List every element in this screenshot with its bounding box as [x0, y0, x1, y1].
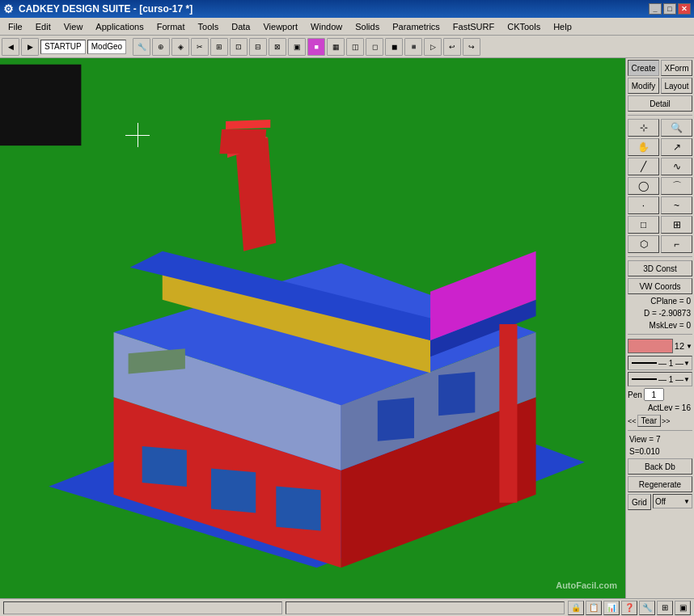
rp-linestyle2-arrow: ▼ [683, 376, 690, 383]
tb-icon10[interactable]: ■ [307, 38, 325, 56]
svg-rect-14 [219, 129, 266, 154]
rp-color-swatch[interactable] [628, 339, 673, 353]
menu-applications[interactable]: Applications [89, 20, 150, 33]
menu-viewport[interactable]: Viewport [256, 20, 304, 33]
menu-bar: File Edit View Applications Format Tools… [0, 18, 694, 36]
minimize-button[interactable]: _ [649, 3, 662, 15]
rp-icon-fillet[interactable]: ⌐ [661, 235, 692, 253]
rp-icon-select[interactable]: ↗ [661, 138, 692, 156]
close-button[interactable]: ✕ [678, 3, 691, 15]
status-bar: 🔒 📋 📊 ❓ 🔧 ⊞ ▣ [0, 598, 694, 616]
tb-icon14[interactable]: ◼ [385, 38, 403, 56]
rp-icon-pan[interactable]: ✋ [628, 138, 659, 156]
tb-icon6[interactable]: ⊡ [230, 38, 248, 56]
tb-icon3[interactable]: ◈ [171, 38, 189, 56]
rp-icon-rect[interactable]: □ [628, 216, 659, 234]
tb-back-button[interactable]: ◀ [2, 38, 19, 56]
menu-cktools[interactable]: CKTools [501, 20, 547, 33]
rp-linestyle1-arrow: ▼ [683, 360, 690, 367]
tb-modgeo-label: ModGeo [87, 40, 126, 54]
restore-button[interactable]: □ [663, 3, 676, 15]
menu-parametrics[interactable]: Parametrics [386, 20, 446, 33]
rp-tear-button[interactable]: Tear [637, 415, 661, 427]
svg-marker-11 [235, 137, 276, 251]
status-segment2 [286, 601, 565, 614]
tb-icon2[interactable]: ⊕ [152, 38, 170, 56]
rp-grid-value: Off [655, 497, 666, 506]
menu-window[interactable]: Window [304, 20, 349, 33]
tb-icon13[interactable]: ◻ [366, 38, 383, 56]
rp-icon-move[interactable]: ⊹ [628, 119, 659, 137]
rp-scale-label: S=0.010 [629, 447, 660, 456]
rp-pen-row: Pen [628, 388, 692, 401]
rp-backdb-button[interactable]: Back Db [628, 458, 692, 475]
tb-forward-button[interactable]: ▶ [21, 38, 39, 56]
menu-solids[interactable]: Solids [349, 20, 386, 33]
tb-undo[interactable]: ↩ [443, 38, 461, 56]
rp-grid-label: Grid [628, 494, 651, 510]
menu-view[interactable]: View [57, 20, 90, 33]
tb-icon1[interactable]: 🔧 [133, 38, 150, 56]
rp-icon-circle[interactable]: ◯ [628, 177, 659, 195]
rp-color-dropdown-arrow[interactable]: ▼ [686, 343, 692, 350]
rp-icon-line[interactable]: ╱ [628, 158, 659, 175]
rp-cplane-info: CPlane = 0 [628, 296, 692, 306]
status-icon2[interactable]: 📋 [586, 601, 602, 615]
svg-rect-16 [142, 446, 187, 487]
menu-tools[interactable]: Tools [192, 20, 226, 33]
rp-linestyle2-dropdown[interactable]: — 1 — ▼ [628, 372, 692, 386]
rp-icon-spline[interactable]: ~ [661, 196, 692, 214]
tb-icon16[interactable]: ▷ [424, 38, 442, 56]
rp-icon-curve[interactable]: ∿ [661, 158, 692, 175]
rp-scale-info: S=0.010 [628, 446, 692, 457]
menu-format[interactable]: Format [150, 20, 192, 33]
rp-icon-zoom[interactable]: 🔍 [661, 119, 692, 137]
menu-help[interactable]: Help [547, 20, 578, 33]
status-icon5[interactable]: 🔧 [639, 601, 655, 615]
svg-rect-20 [378, 398, 414, 441]
menu-data[interactable]: Data [225, 20, 256, 33]
menu-fastsurf[interactable]: FastSURF [446, 20, 501, 33]
viewport[interactable]: AutoFacil.com [0, 58, 625, 598]
rp-pen-input[interactable] [644, 388, 664, 401]
toolbar: ◀ ▶ STARTUP ModGeo 🔧 ⊕ ◈ ✂ ⊞ ⊡ ⊟ ⊠ ▣ ■ ▦… [0, 36, 694, 58]
rp-detail-tab[interactable]: Detail [628, 95, 692, 112]
svg-rect-18 [276, 487, 320, 531]
rp-icon-point[interactable]: · [628, 196, 659, 214]
rp-tear-right-arrow: >> [662, 417, 671, 425]
tb-icon5[interactable]: ⊞ [210, 38, 228, 56]
tb-icon11[interactable]: ▦ [327, 38, 345, 56]
tb-redo[interactable]: ↪ [463, 38, 480, 56]
rp-icon-table[interactable]: ⊞ [661, 216, 692, 234]
tb-icon12[interactable]: ◫ [346, 38, 364, 56]
rp-icon-arc[interactable]: ⌒ [661, 177, 692, 195]
menu-file[interactable]: File [2, 20, 29, 33]
status-icon7[interactable]: ▣ [675, 601, 691, 615]
rp-3dconstruct-button[interactable]: 3D Const [628, 260, 692, 276]
rp-layout-tab[interactable]: Layout [661, 78, 692, 94]
rp-vwcoords-button[interactable]: VW Coords [628, 278, 692, 294]
tb-icon7[interactable]: ⊟ [249, 38, 267, 56]
rp-xform-tab[interactable]: XForm [661, 60, 692, 76]
rp-linestyle1-dropdown[interactable]: — 1 — ▼ [628, 356, 692, 370]
rp-regenerate-button[interactable]: Regenerate [628, 476, 692, 492]
status-icon3[interactable]: 📊 [603, 601, 620, 615]
menu-edit[interactable]: Edit [29, 20, 57, 33]
rp-icon-poly[interactable]: ⬡ [628, 235, 659, 253]
tb-icon4[interactable]: ✂ [191, 38, 209, 56]
rp-create-tab[interactable]: Create [628, 60, 659, 76]
tb-icon9[interactable]: ▣ [288, 38, 306, 56]
svg-rect-17 [211, 468, 256, 513]
tb-startup-label: STARTUP [40, 40, 86, 54]
status-icon1[interactable]: 🔒 [568, 601, 584, 615]
tb-icon8[interactable]: ⊠ [269, 38, 286, 56]
rp-modify-tab[interactable]: Modify [628, 78, 659, 94]
status-icon6[interactable]: ⊞ [657, 601, 673, 615]
status-icon4[interactable]: ❓ [621, 601, 637, 615]
rp-grid-dropdown[interactable]: Off ▼ [653, 494, 692, 508]
rp-tear-row: << Tear >> [628, 415, 692, 427]
rp-linestyle1-label: — 1 — [658, 359, 683, 368]
rp-color-selector[interactable]: 12 ▼ [628, 338, 692, 354]
tb-icon15[interactable]: ◾ [404, 38, 422, 56]
rp-tear-left-arrow: << [628, 417, 637, 425]
